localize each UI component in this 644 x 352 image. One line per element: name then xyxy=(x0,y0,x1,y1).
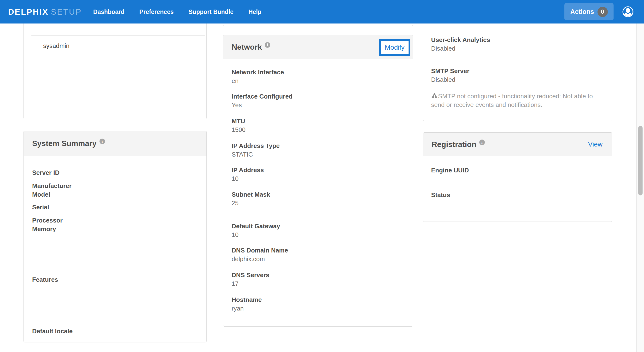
field-interface-configured: Interface Configured Yes xyxy=(232,92,404,109)
field-default-gateway: Default Gateway 10 xyxy=(232,222,404,239)
field-ip-address: IP Address 10 xyxy=(232,166,404,183)
info-icon[interactable]: i xyxy=(265,42,270,48)
vertical-scrollbar-track[interactable] xyxy=(636,24,644,352)
brand-subtitle: SETUP xyxy=(51,7,82,16)
users-card: sysadmin xyxy=(24,12,207,119)
field-subnet-mask: Subnet Mask 25 xyxy=(232,190,404,208)
registration-header: Registration i View xyxy=(423,132,612,156)
field-model: Model xyxy=(32,190,198,199)
field-status: Status xyxy=(431,191,604,208)
vertical-scrollbar-thumb[interactable] xyxy=(638,126,642,196)
divider xyxy=(232,214,404,214)
user-avatar-icon xyxy=(622,6,634,17)
card-title: Network xyxy=(232,43,262,52)
brand-name: DELPHIX xyxy=(8,7,48,16)
modify-button[interactable]: Modify xyxy=(379,39,410,56)
card-title: Registration xyxy=(432,140,476,149)
divider xyxy=(430,62,604,62)
view-link[interactable]: View xyxy=(588,140,602,148)
actions-button-label: Actions xyxy=(570,8,594,16)
field-engine-uuid: Engine UUID xyxy=(431,166,604,183)
field-dns-domain-name: DNS Domain Name delphix.com xyxy=(232,246,404,263)
field-serial: Serial xyxy=(32,203,198,212)
field-manufacturer: Manufacturer xyxy=(32,182,198,190)
field-smtp-server: SMTP Server Disabled xyxy=(431,67,604,84)
card-title: System Summary xyxy=(32,139,96,148)
delphix-setup-page: DELPHIX SETUP Dashboard Preferences Supp… xyxy=(0,0,644,352)
system-summary-card: System Summary i Server ID Manufacturer … xyxy=(24,131,207,342)
divider xyxy=(32,36,205,36)
registration-card: Registration i View Engine UUID Status xyxy=(423,132,612,222)
field-ip-address-type: IP Address Type STATIC xyxy=(232,142,404,159)
smtp-warning: SMTP not configured - functionality redu… xyxy=(431,92,606,109)
field-network-interface: Network Interface en xyxy=(232,68,404,85)
field-mtu: MTU 1500 xyxy=(232,117,404,134)
field-hostname: Hostname ryan xyxy=(232,296,404,313)
smtp-warning-text: SMTP not configured - functionality redu… xyxy=(431,92,593,108)
nav-item-dashboard[interactable]: Dashboard xyxy=(93,8,125,15)
user-menu-button[interactable] xyxy=(622,6,634,17)
field-user-click-analytics: User-click Analytics Disabled xyxy=(431,36,604,53)
divider xyxy=(32,58,205,58)
info-icon[interactable]: i xyxy=(100,138,105,144)
field-default-locale: Default locale xyxy=(32,327,198,336)
system-status-card: User-click Analytics Disabled SMTP Serve… xyxy=(423,12,612,121)
network-header: Network i Modify xyxy=(223,35,413,59)
nav-item-preferences[interactable]: Preferences xyxy=(139,8,174,15)
warning-icon xyxy=(431,92,438,99)
field-memory: Memory xyxy=(32,225,198,233)
field-dns-servers: DNS Servers 17 xyxy=(232,271,404,288)
nav-item-support-bundle[interactable]: Support Bundle xyxy=(188,8,233,15)
nav-item-help[interactable]: Help xyxy=(248,8,261,15)
actions-button[interactable]: Actions 0 xyxy=(564,3,614,20)
field-processor: Processor xyxy=(32,216,198,225)
field-server-id: Server ID xyxy=(32,168,198,177)
divider xyxy=(430,29,604,29)
field-features: Features xyxy=(32,275,198,284)
nav-menu: Dashboard Preferences Support Bundle Hel… xyxy=(93,8,261,15)
info-icon[interactable]: i xyxy=(479,140,485,145)
brand-logo: DELPHIX SETUP xyxy=(8,7,82,16)
system-summary-header: System Summary i xyxy=(24,131,206,156)
network-card: Network i Modify Network Interface en In… xyxy=(223,35,413,326)
actions-count-badge: 0 xyxy=(598,7,608,17)
user-list-item[interactable]: sysadmin xyxy=(43,42,70,50)
top-nav: DELPHIX SETUP Dashboard Preferences Supp… xyxy=(0,0,644,24)
